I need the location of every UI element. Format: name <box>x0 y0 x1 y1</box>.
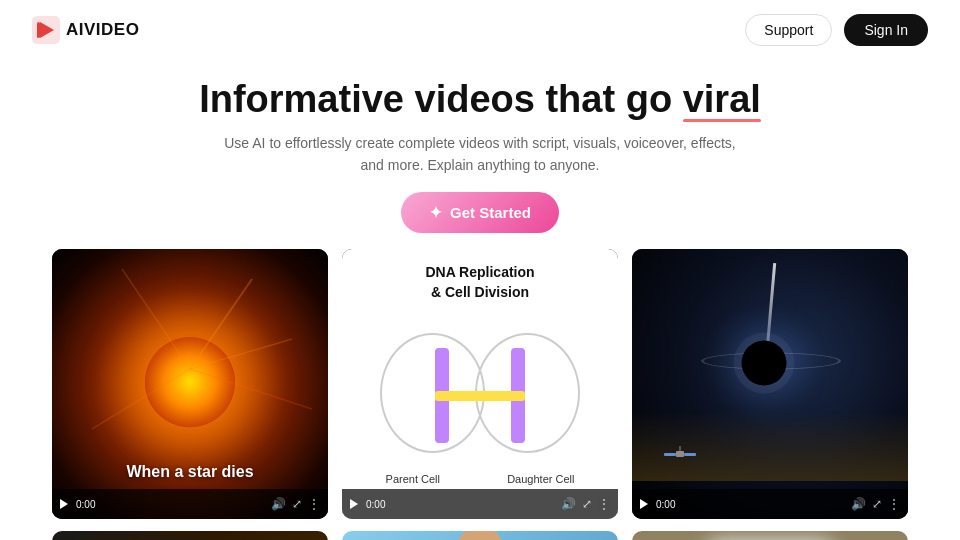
star-thumbnail: When a star dies 0:00 🔊 ⤢ ⋮ <box>52 249 328 519</box>
expand-icon-3[interactable]: ⤢ <box>872 497 882 511</box>
satellite-icon <box>662 444 697 464</box>
svg-rect-10 <box>684 453 696 456</box>
time-display-2: 0:00 <box>366 499 385 510</box>
logo-icon <box>32 16 60 44</box>
dna-label-daughter: Daughter Cell <box>507 473 574 485</box>
video-row-2: Electromagnetic Induction RTMENT O <box>32 531 928 540</box>
volume-icon[interactable]: 🔊 <box>271 497 286 511</box>
video-controls-1[interactable]: 0:00 🔊 ⤢ ⋮ <box>52 489 328 519</box>
svg-rect-2 <box>37 22 40 38</box>
expand-icon[interactable]: ⤢ <box>292 497 302 511</box>
more-icon-3[interactable]: ⋮ <box>888 497 900 511</box>
person-head <box>453 531 508 540</box>
video-controls-3[interactable]: 0:00 🔊 ⤢ ⋮ <box>632 489 908 519</box>
play-icon-3[interactable] <box>640 499 650 509</box>
svg-rect-9 <box>664 453 676 456</box>
dna-title: DNA Replication & Cell Division <box>342 249 618 312</box>
hero-title: Informative videos that go viral <box>199 78 761 122</box>
play-icon[interactable] <box>60 499 70 509</box>
logo-text: AIVIDEO <box>66 20 139 40</box>
blackhole-center <box>742 340 787 385</box>
video-card-person[interactable]: RTMENT O <box>342 531 618 540</box>
nav-right: Support Sign In <box>745 14 928 46</box>
hero-title-viral: viral <box>683 78 761 120</box>
hero-title-part1: Informative videos that go <box>199 78 683 120</box>
volume-icon-3[interactable]: 🔊 <box>851 497 866 511</box>
hero-section: Informative videos that go viral Use AI … <box>0 60 960 249</box>
video-controls-2[interactable]: 0:00 🔊 ⤢ ⋮ <box>342 489 618 519</box>
video-row-1: When a star dies 0:00 🔊 ⤢ ⋮ DNA Replicat… <box>32 249 928 519</box>
star-label: When a star dies <box>52 463 328 481</box>
video-card-star[interactable]: When a star dies 0:00 🔊 ⤢ ⋮ <box>52 249 328 519</box>
hero-subtitle: Use AI to effortlessly create complete v… <box>20 132 940 177</box>
signin-button[interactable]: Sign In <box>844 14 928 46</box>
expand-icon-2[interactable]: ⤢ <box>582 497 592 511</box>
svg-line-7 <box>92 369 190 429</box>
svg-line-4 <box>190 339 292 369</box>
more-icon-2[interactable]: ⋮ <box>598 497 610 511</box>
dna-diagram <box>342 313 618 473</box>
video-card-em[interactable]: Electromagnetic Induction <box>52 531 328 540</box>
more-icon[interactable]: ⋮ <box>308 497 320 511</box>
navbar: AIVIDEO Support Sign In <box>0 0 960 60</box>
play-icon-2[interactable] <box>350 499 360 509</box>
volume-icon-2[interactable]: 🔊 <box>561 497 576 511</box>
svg-line-5 <box>122 269 190 369</box>
time-display-3: 0:00 <box>656 499 675 510</box>
dna-thumbnail: DNA Replication & Cell Division Parent C… <box>342 249 618 519</box>
star-rays <box>52 249 328 489</box>
dna-label-parent: Parent Cell <box>386 473 440 485</box>
time-display-1: 0:00 <box>76 499 95 510</box>
video-card-ceiling[interactable] <box>632 531 908 540</box>
logo[interactable]: AIVIDEO <box>32 16 139 44</box>
svg-line-6 <box>190 369 312 409</box>
dna-circles <box>380 323 580 463</box>
blackhole-thumbnail: 0:00 🔊 ⤢ ⋮ <box>632 249 908 519</box>
get-started-button[interactable]: ✦ Get Started <box>401 192 559 233</box>
dna-connector <box>435 391 525 401</box>
sparkle-icon: ✦ <box>429 203 442 222</box>
video-card-blackhole[interactable]: 0:00 🔊 ⤢ ⋮ <box>632 249 908 519</box>
video-section: When a star dies 0:00 🔊 ⤢ ⋮ DNA Replicat… <box>0 249 960 540</box>
support-button[interactable]: Support <box>745 14 832 46</box>
svg-rect-8 <box>676 451 684 457</box>
svg-line-3 <box>190 279 252 369</box>
video-card-dna[interactable]: DNA Replication & Cell Division Parent C… <box>342 249 618 519</box>
